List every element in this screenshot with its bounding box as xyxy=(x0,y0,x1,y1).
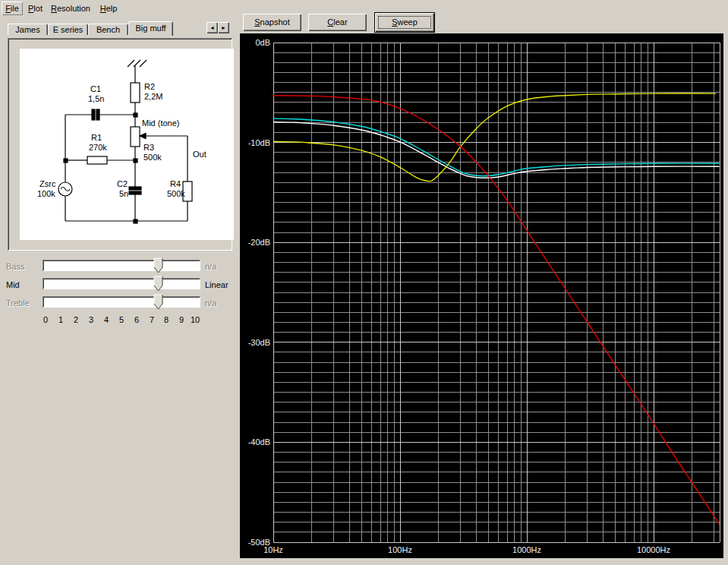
c2-ref-label: C2 xyxy=(117,179,128,188)
scale-4: 4 xyxy=(98,315,115,324)
clear-button[interactable]: Clear xyxy=(308,14,367,31)
arrow-right-icon: ► xyxy=(221,25,226,30)
y-tick--10dB: -10dB xyxy=(248,138,270,147)
x-tick-10000Hz: 10000Hz xyxy=(637,545,670,554)
sweep-button[interactable]: Sweep xyxy=(374,12,435,33)
bass-slider-thumb[interactable] xyxy=(153,257,163,273)
menu-plot[interactable]: Plot xyxy=(24,2,46,15)
tab-e-series[interactable]: E series xyxy=(48,24,88,35)
curve-sweep-cyan xyxy=(273,118,720,176)
x-tick-1000Hz: 1000Hz xyxy=(512,545,541,554)
tab-big-muff[interactable]: Big muff xyxy=(128,21,173,36)
r1-ref-label: R1 xyxy=(91,133,102,142)
bode-plot-canvas: 0dB-10dB-20dB-30dB-40dB-50dB10Hz100Hz100… xyxy=(240,33,723,558)
scale-10: 10 xyxy=(187,315,203,324)
y-tick-0dB: 0dB xyxy=(255,38,270,47)
circuit-panel: C1 1,5n R2 2,2M Mid (tone) R1 270k R3 50… xyxy=(8,38,232,251)
mid-tone-label: Mid (tone) xyxy=(142,118,180,128)
c1-val-label: 1,5n xyxy=(88,94,104,103)
y-tick--30dB: -30dB xyxy=(248,338,270,347)
r3-ref-label: R3 xyxy=(143,143,154,152)
menu-resolution[interactable]: Resolution xyxy=(49,2,93,15)
tab-scroll-left-button[interactable]: ◄ xyxy=(206,22,218,33)
scale-0: 0 xyxy=(37,315,54,324)
treble-label: Treble xyxy=(6,298,41,308)
app-window: { "menu": { "items": [ {"label": "File"}… xyxy=(0,0,728,565)
mid-slider-thumb[interactable] xyxy=(153,276,163,292)
snapshot-button[interactable]: Snapshot xyxy=(243,14,301,31)
c1-ref-label: C1 xyxy=(90,84,101,93)
scale-1: 1 xyxy=(52,315,69,324)
treble-value: n/a xyxy=(205,298,235,308)
tab-bench[interactable]: Bench xyxy=(88,24,128,35)
curve-snapshot-white xyxy=(273,122,720,178)
bass-value: n/a xyxy=(205,262,235,272)
y-tick--40dB: -40dB xyxy=(248,437,270,447)
bass-label: Bass xyxy=(6,262,41,272)
tab-james[interactable]: James xyxy=(8,24,48,35)
menu-file[interactable]: File xyxy=(2,2,23,15)
scale-2: 2 xyxy=(68,315,84,324)
zsrc-val-label: 100k xyxy=(37,189,55,198)
treble-slider-thumb[interactable] xyxy=(153,294,163,310)
mid-value: Linear xyxy=(205,280,235,290)
curve-sweep-yellow xyxy=(273,93,716,181)
tab-scroll-right-button[interactable]: ► xyxy=(218,22,229,33)
scale-5: 5 xyxy=(113,315,130,324)
scale-6: 6 xyxy=(128,315,145,324)
x-tick-100Hz: 100Hz xyxy=(388,545,412,554)
arrow-left-icon: ◄ xyxy=(210,25,215,30)
treble-slider[interactable] xyxy=(43,296,200,308)
big-muff-schematic: C1 1,5n R2 2,2M Mid (tone) R1 270k R3 50… xyxy=(20,49,234,240)
r2-val-label: 2,2M xyxy=(144,92,162,101)
r4-val-label: 500k xyxy=(167,189,185,198)
sweep-button-label: Sweep xyxy=(392,17,418,27)
scale-8: 8 xyxy=(158,315,175,324)
zsrc-ref-label: Zsrc xyxy=(39,179,56,188)
mid-label: Mid xyxy=(6,280,41,290)
r4-ref-label: R4 xyxy=(170,179,181,188)
frequency-response-plot: 0dB-10dB-20dB-30dB-40dB-50dB10Hz100Hz100… xyxy=(240,33,723,558)
r2-ref-label: R2 xyxy=(144,82,155,91)
curve-sweep-red xyxy=(273,96,720,525)
scale-3: 3 xyxy=(83,315,99,324)
y-tick--20dB: -20dB xyxy=(248,238,270,247)
circuit-canvas: C1 1,5n R2 2,2M Mid (tone) R1 270k R3 50… xyxy=(20,49,234,240)
r1-val-label: 270k xyxy=(89,143,107,152)
bass-slider[interactable] xyxy=(43,260,200,271)
r3-val-label: 500k xyxy=(143,153,162,162)
mid-slider[interactable] xyxy=(43,278,200,289)
menu-help[interactable]: Help xyxy=(97,2,120,15)
x-tick-10Hz: 10Hz xyxy=(263,545,283,554)
c2-val-label: 5n xyxy=(119,189,128,198)
out-label: Out xyxy=(193,150,206,159)
